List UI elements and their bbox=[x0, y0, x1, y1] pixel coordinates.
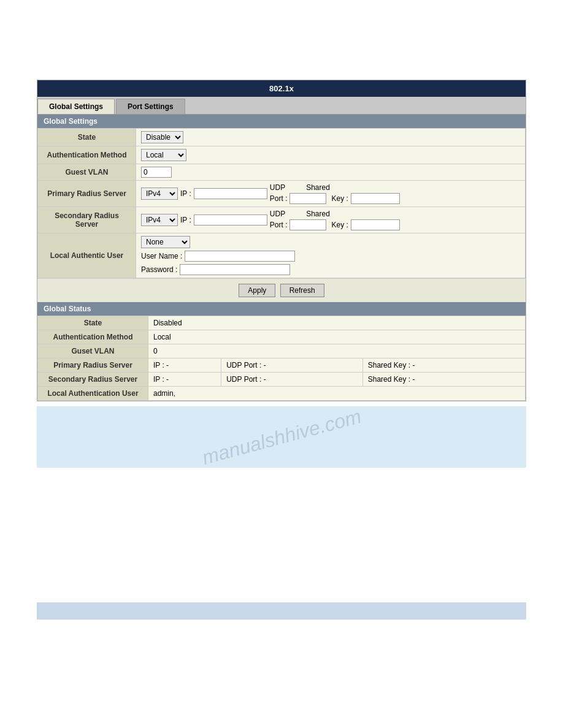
global-settings-table: State Disable Enable Authentication Meth… bbox=[37, 128, 526, 278]
status-state-label: State bbox=[38, 316, 148, 330]
buttons-row: Apply Refresh bbox=[37, 278, 526, 302]
status-auth-method-row: Authentication Method Local bbox=[38, 330, 526, 344]
status-local-auth-row: Local Authentication User admin, bbox=[38, 387, 526, 401]
auth-method-row: Authentication Method Local RADIUS bbox=[38, 146, 526, 164]
password-label: Password : bbox=[141, 265, 177, 274]
status-secondary-shared: Shared Key : - bbox=[362, 373, 525, 387]
primary-radius-ip-label: IP : bbox=[180, 189, 191, 198]
secondary-radius-value-cell: IPv4 IPv6 IP : UDP Shared Port : bbox=[136, 207, 526, 233]
status-guest-vlan-label: Guset VLAN bbox=[38, 344, 148, 358]
local-auth-user-row: Local Authentic User None Single Multipl… bbox=[38, 233, 526, 278]
refresh-button[interactable]: Refresh bbox=[280, 284, 324, 297]
status-primary-ip: IP : - bbox=[148, 358, 221, 373]
username-input[interactable] bbox=[185, 251, 295, 262]
watermark-area: manualshhive.com bbox=[37, 406, 526, 468]
global-settings-header: Global Settings bbox=[37, 115, 526, 128]
footer-bar bbox=[37, 602, 526, 620]
status-primary-radius-row: Primary Radius Server IP : - UDP Port : … bbox=[38, 358, 526, 373]
status-secondary-ip: IP : - bbox=[148, 373, 221, 387]
state-select[interactable]: Disable Enable bbox=[141, 131, 183, 143]
primary-radius-ipversion-select[interactable]: IPv4 IPv6 bbox=[141, 188, 178, 200]
secondary-radius-udp-shared: UDP Shared Port : Key : bbox=[270, 210, 400, 230]
primary-radius-port-label: Port : bbox=[270, 194, 288, 203]
auth-method-value-cell: Local RADIUS bbox=[136, 146, 526, 164]
secondary-radius-ip-input[interactable] bbox=[194, 214, 267, 226]
tab-port-settings[interactable]: Port Settings bbox=[116, 99, 185, 114]
secondary-radius-shared-label: Shared bbox=[306, 210, 330, 218]
secondary-radius-row: Secondary Radius Server IPv4 IPv6 IP : U… bbox=[38, 207, 526, 233]
primary-radius-key-input[interactable] bbox=[351, 193, 400, 204]
main-panel: 802.1x Global Settings Port Settings Glo… bbox=[37, 80, 526, 401]
secondary-radius-port-input[interactable] bbox=[289, 219, 326, 230]
guest-vlan-input[interactable] bbox=[141, 167, 172, 178]
secondary-radius-ip-label: IP : bbox=[180, 216, 191, 224]
secondary-radius-key-input[interactable] bbox=[351, 219, 400, 230]
primary-radius-label: Primary Radius Server bbox=[38, 181, 136, 207]
status-local-auth-value: admin, bbox=[148, 387, 526, 401]
password-input[interactable] bbox=[180, 264, 290, 275]
watermark-text: manualshhive.com bbox=[199, 406, 363, 468]
state-value-cell: Disable Enable bbox=[136, 129, 526, 146]
local-auth-user-label: Local Authentic User bbox=[38, 233, 136, 278]
primary-radius-ip-input[interactable] bbox=[194, 188, 267, 199]
primary-radius-udp-shared: UDP Shared Port : Key : bbox=[270, 183, 400, 204]
guest-vlan-value-cell bbox=[136, 164, 526, 181]
guest-vlan-label: Guest VLAN bbox=[38, 164, 136, 181]
secondary-radius-key-label: Key : bbox=[331, 221, 348, 229]
state-row: State Disable Enable bbox=[38, 129, 526, 146]
secondary-radius-udp-label: UDP bbox=[270, 210, 285, 218]
status-auth-method-value: Local bbox=[148, 330, 526, 344]
status-state-row: State Disabled bbox=[38, 316, 526, 330]
global-status-table: State Disabled Authentication Method Loc… bbox=[37, 316, 526, 401]
primary-radius-port-input[interactable] bbox=[289, 193, 326, 204]
secondary-radius-ipversion-select[interactable]: IPv4 IPv6 bbox=[141, 214, 178, 226]
status-primary-radius-label: Primary Radius Server bbox=[38, 358, 148, 373]
status-secondary-radius-row: Secondary Radius Server IP : - UDP Port … bbox=[38, 373, 526, 387]
tab-global-settings[interactable]: Global Settings bbox=[37, 99, 115, 114]
primary-radius-row: Primary Radius Server IPv4 IPv6 IP : UDP bbox=[38, 181, 526, 207]
status-guest-vlan-value: 0 bbox=[148, 344, 526, 358]
state-label: State bbox=[38, 129, 136, 146]
status-guest-vlan-row: Guset VLAN 0 bbox=[38, 344, 526, 358]
status-secondary-udp: UDP Port : - bbox=[221, 373, 363, 387]
secondary-radius-port-label: Port : bbox=[270, 221, 288, 229]
primary-radius-key-label: Key : bbox=[331, 194, 348, 203]
page-title: 802.1x bbox=[37, 80, 526, 97]
global-status-header: Global Status bbox=[37, 302, 526, 316]
status-state-value: Disabled bbox=[148, 316, 526, 330]
status-secondary-radius-label: Secondary Radius Server bbox=[38, 373, 148, 387]
primary-radius-shared-label: Shared bbox=[306, 183, 330, 192]
apply-button[interactable]: Apply bbox=[239, 284, 275, 297]
primary-radius-udp-label: UDP bbox=[270, 183, 285, 192]
page-wrapper: 802.1x Global Settings Port Settings Glo… bbox=[0, 0, 563, 728]
secondary-radius-label: Secondary Radius Server bbox=[38, 207, 136, 233]
auth-method-select[interactable]: Local RADIUS bbox=[141, 149, 186, 161]
local-auth-user-value-cell: None Single Multiple User Name : Passwor… bbox=[136, 233, 526, 278]
primary-radius-value-cell: IPv4 IPv6 IP : UDP Shared Port : bbox=[136, 181, 526, 207]
status-primary-shared: Shared Key : - bbox=[362, 358, 525, 373]
tab-bar: Global Settings Port Settings bbox=[37, 97, 526, 115]
username-label: User Name : bbox=[141, 252, 182, 260]
status-auth-method-label: Authentication Method bbox=[38, 330, 148, 344]
guest-vlan-row: Guest VLAN bbox=[38, 164, 526, 181]
local-auth-mode-select[interactable]: None Single Multiple bbox=[141, 236, 190, 248]
auth-method-label: Authentication Method bbox=[38, 146, 136, 164]
status-primary-udp: UDP Port : - bbox=[221, 358, 363, 373]
status-local-auth-label: Local Authentication User bbox=[38, 387, 148, 401]
